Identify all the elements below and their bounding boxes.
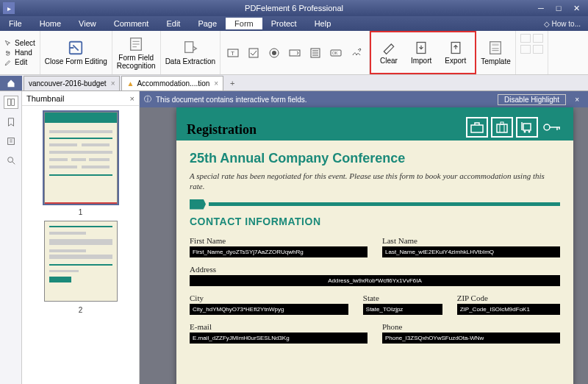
- tab-accommodation[interactable]: ▲Accommodation....tion×: [121, 76, 223, 90]
- minimize-button[interactable]: ─: [532, 2, 550, 14]
- menu-help[interactable]: Help: [306, 18, 340, 29]
- address-label: Address: [190, 265, 560, 274]
- last-name-input[interactable]: Last_Name_wtE2EKuiY4zimhkLHVtbImQ: [382, 246, 560, 257]
- svg-text:OK: OK: [332, 51, 338, 55]
- tab-2-close-icon[interactable]: ×: [209, 79, 218, 88]
- search-rail-icon[interactable]: [5, 154, 17, 166]
- combobox-button[interactable]: [287, 45, 303, 61]
- tab-1-label: vancouver-2016-budget: [29, 79, 107, 88]
- info-icon: ⓘ: [144, 94, 151, 104]
- work-area: Thumbnail × 1: [0, 91, 588, 384]
- header-icons: [466, 117, 563, 138]
- select-label: Select: [15, 39, 35, 47]
- svg-rect-5: [184, 42, 193, 53]
- svg-line-30: [12, 162, 15, 165]
- notice-text: This document contains interactive form …: [156, 96, 307, 104]
- text-field-button[interactable]: T: [225, 45, 241, 61]
- menu-comment[interactable]: Comment: [105, 18, 158, 29]
- menu-protect[interactable]: Protect: [262, 18, 306, 29]
- import-button[interactable]: Import: [406, 39, 436, 66]
- key-icon: [541, 117, 563, 138]
- first-name-label: First Name: [190, 236, 368, 245]
- signature-field-button[interactable]: [348, 45, 365, 61]
- how-to-link[interactable]: ◇ How to...: [544, 20, 581, 28]
- clear-button[interactable]: Clear: [376, 39, 402, 66]
- thumbnail-close-icon[interactable]: ×: [130, 94, 135, 103]
- svg-rect-32: [497, 124, 507, 132]
- bookmark-rail-icon[interactable]: [5, 116, 17, 128]
- form-field-recognition-label: Form FieldRecognition: [117, 54, 156, 70]
- thumbnail-page-2[interactable]: [44, 221, 118, 302]
- title-bar: ▸ PDFelement 6 Professional ─ □ ✕: [0, 0, 588, 16]
- address-input[interactable]: Address_iw9xRob*Wcfl6Yx1VvF6IA: [190, 275, 560, 286]
- state-label: State: [363, 294, 442, 302]
- select-tool[interactable]: Select: [4, 39, 35, 47]
- menu-page[interactable]: Page: [189, 18, 226, 29]
- document-viewport[interactable]: ⓘ This document contains interactive for…: [140, 91, 588, 384]
- hand-tool[interactable]: Hand: [4, 49, 32, 57]
- city-field: City City_hdYMQhyO73*HEfI2YtnWpyg: [190, 294, 348, 315]
- align-3[interactable]: [520, 45, 531, 54]
- home-tab[interactable]: [0, 76, 22, 90]
- notice-close-icon[interactable]: ×: [570, 96, 584, 104]
- ribbon-group-data: Clear Import Export: [370, 31, 476, 74]
- suitcase-icon: [491, 117, 513, 138]
- svg-point-37: [524, 131, 526, 133]
- pdf-page: Registration 25th Annual Company Confere…: [176, 107, 573, 384]
- state-input[interactable]: State_TOIzjpz: [363, 304, 442, 315]
- menu-home[interactable]: Home: [31, 18, 70, 29]
- edit-tool[interactable]: Edit: [4, 58, 27, 66]
- data-extraction-icon: [182, 40, 198, 56]
- maximize-button[interactable]: □: [550, 2, 567, 14]
- zip-input[interactable]: ZIP_Code_ISOIcM9dFoK1: [457, 304, 560, 315]
- thumbnail-2-number: 2: [79, 306, 83, 314]
- svg-text:T: T: [231, 50, 234, 57]
- email-label: E-mail: [190, 322, 368, 331]
- ribbon-group-fields: T OK: [220, 31, 370, 74]
- new-tab-button[interactable]: +: [225, 76, 240, 90]
- checkbox-button[interactable]: [245, 45, 262, 61]
- align-1[interactable]: [520, 34, 531, 43]
- menu-file[interactable]: File: [0, 18, 31, 29]
- thumbnail-page-1[interactable]: [44, 112, 118, 204]
- menu-edit[interactable]: Edit: [157, 18, 189, 29]
- align-4[interactable]: [533, 45, 543, 54]
- registration-title: Registration: [187, 122, 466, 138]
- radio-button[interactable]: [266, 45, 282, 61]
- email-input[interactable]: E.mail_dZZFyJMImH0urSESLNd3Kg: [190, 333, 368, 344]
- document-tab-bar: vancouver-2016-budget× ▲Accommodation...…: [0, 75, 588, 91]
- listbox-button[interactable]: [307, 45, 323, 61]
- page-header: Registration: [176, 107, 573, 141]
- thumbnail-rail-icon[interactable]: [4, 96, 18, 109]
- first-name-input[interactable]: First_Name_dyoZTsSYj7AaZZORUqwhRg: [190, 246, 368, 257]
- menu-view[interactable]: View: [70, 18, 105, 29]
- thumbnail-title: Thumbnail: [26, 94, 64, 103]
- svg-point-29: [7, 157, 12, 163]
- warning-icon: ▲: [126, 79, 134, 88]
- button-field-button[interactable]: OK: [328, 45, 344, 61]
- export-button[interactable]: Export: [440, 39, 470, 66]
- page-content: 25th Annual Company Conference A special…: [176, 141, 573, 361]
- thumbnail-panel: Thumbnail × 1: [22, 91, 140, 384]
- menu-form[interactable]: Form: [226, 18, 262, 29]
- address-field: Address Address_iw9xRob*Wcfl6Yx1VvF6IA: [190, 265, 560, 286]
- zip-label: ZIP Code: [457, 294, 560, 302]
- align-2[interactable]: [533, 34, 543, 43]
- svg-rect-21: [492, 44, 499, 46]
- template-button[interactable]: Template: [476, 31, 516, 74]
- tab-vancouver-budget[interactable]: vancouver-2016-budget×: [24, 76, 120, 90]
- attachment-rail-icon[interactable]: [5, 135, 17, 147]
- tab-1-close-icon[interactable]: ×: [107, 79, 115, 88]
- disable-highlight-button[interactable]: Disable Highlight: [498, 94, 566, 105]
- intro-text: A special rate has been negotiated for t…: [190, 171, 560, 192]
- phone-input[interactable]: Phone_I3ZSQxhOYwSFuzdOta-WNw: [382, 333, 560, 344]
- how-to-label: How to...: [552, 20, 581, 28]
- ribbon-group-tools: Select Hand Edit: [0, 31, 40, 74]
- hand-label: Hand: [15, 49, 32, 57]
- close-form-editing-button[interactable]: Close Form Editing: [40, 31, 112, 74]
- data-extraction-button[interactable]: Data Extraction: [161, 31, 220, 74]
- briefcase-icon: [466, 117, 488, 138]
- close-window-button[interactable]: ✕: [567, 2, 585, 14]
- city-input[interactable]: City_hdYMQhyO73*HEfI2YtnWpyg: [190, 304, 348, 315]
- form-field-recognition-button[interactable]: Form FieldRecognition: [112, 31, 161, 74]
